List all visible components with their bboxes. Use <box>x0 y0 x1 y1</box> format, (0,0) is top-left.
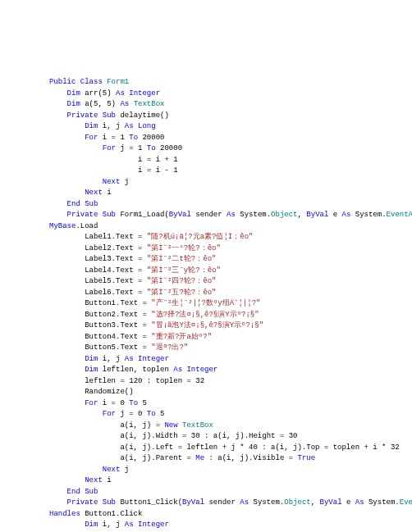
code-line: Private Sub delaytime() <box>49 111 363 122</box>
code-line: Dim arr(5) As Integer <box>49 89 363 100</box>
code-line: Randomize() <box>49 387 363 398</box>
code-line: Dim i, j As Integer <box>49 354 363 366</box>
code-line: i = i + 1 <box>49 155 363 166</box>
code-line: For j = 0 To 5 <box>49 409 363 421</box>
code-line: Button1.Text = "产¨²生¦¨²|¦?数ºy组Á¨¦|¦?" <box>49 298 363 310</box>
code-line: a(i, j) = New TextBox <box>49 421 363 432</box>
code-line: a(i, j).Width = 30 : a(i, j).Height = 30 <box>49 431 363 443</box>
code-line: MyBase.Load <box>49 221 363 233</box>
code-line: End Sub <box>49 199 363 211</box>
code-line: Dim a(5, 5) As TextBox <box>49 99 363 111</box>
code-line: For i = 0 To 5 <box>49 398 363 410</box>
code-line: Label5.Text = "第Ì¨²四?轮?：êo" <box>49 276 363 288</box>
code-line: Private Sub Button1_Click(ByVal sender A… <box>49 498 363 509</box>
code-line: Label4.Text = "第Ì¨²三¨y轮?：êo" <box>49 266 363 277</box>
code-line: Button5.Text = "退ª?出?" <box>49 343 363 354</box>
code-line: Public Class Form1 <box>49 77 363 89</box>
code-line: Button2.Text = "选?择?法¤¡§,ê?§演Y示º?¡§" <box>49 310 363 321</box>
code-line: Private Sub Form1_Load(ByVal sender As S… <box>49 210 363 221</box>
code-line: leftlen = 120 : toplen = 32 <box>49 376 363 388</box>
code-line: Dim leftlen, toplen As Integer <box>49 365 363 376</box>
code-line: Button4.Text = "重?新?开a始º?" <box>49 332 363 343</box>
code-line: a(i, j).Parent = Me : a(i, j).Visible = … <box>49 453 363 465</box>
code-line: For j = 1 To 20000 <box>49 143 363 155</box>
code-line: Dim i, j As Integer <box>49 520 363 531</box>
code-line: For i = 1 To 20000 <box>49 133 363 144</box>
code-line: Next i <box>49 475 363 487</box>
code-line: a(i, j).Left = leftlen + j * 40 : a(i, j… <box>49 443 363 454</box>
code-line: Label2.Text = "第Ì¨²一°?轮?：êo" <box>49 243 363 255</box>
code-line: i = i - 1 <box>49 166 363 177</box>
code-line: Next j <box>49 465 363 476</box>
code-line: Button3.Text = "冒¡ã泡Y法¤¡§,ê?§演Y示º?¡§" <box>49 321 363 332</box>
code-line: Next j <box>49 177 363 189</box>
code-line: Handles Button1.Click <box>49 509 363 521</box>
code-line: Dim i, j As Long <box>49 121 363 133</box>
code-line: Label6.Text = "第Ì¨²五?轮?：êo" <box>49 288 363 299</box>
code-line: Label3.Text = "第Ì¨²二t轮?：êo" <box>49 254 363 266</box>
code-line: Next i <box>49 188 363 199</box>
code-line: Label1.Text = "随?机ú¡ä¦?元a素?值¦Ì：êo" <box>49 232 363 243</box>
code-line: End Sub <box>49 487 363 498</box>
code-listing: Public Class Form1 Dim arr(5) As Integer… <box>49 77 363 532</box>
